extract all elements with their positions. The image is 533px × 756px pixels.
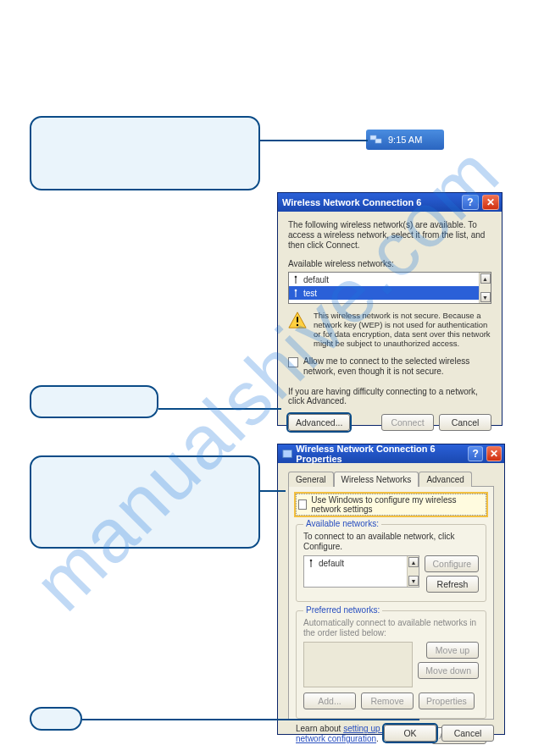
callout-box-3 — [30, 455, 260, 549]
callout-line-2 — [158, 408, 281, 410]
cancel-button[interactable]: Cancel — [441, 725, 494, 742]
network-listbox[interactable]: default test ▲ ▼ — [288, 272, 491, 304]
callout-box-4 — [30, 707, 82, 731]
titlebar: Wireless Network Connection 6 Properties… — [278, 444, 504, 463]
svg-point-4 — [295, 290, 297, 292]
scrollbar[interactable]: ▲ ▼ — [407, 556, 419, 587]
allow-label: Allow me to connect to the selected wire… — [303, 356, 491, 377]
difficulty-text: If you are having difficulty connecting … — [288, 387, 491, 406]
svg-point-8 — [297, 324, 298, 326]
titlebar-text: Wireless Network Connection 6 Properties — [296, 444, 461, 464]
callout-box-1 — [30, 116, 260, 190]
refresh-button[interactable]: Refresh — [426, 576, 479, 593]
scroll-down[interactable]: ▼ — [480, 292, 491, 302]
cancel-button[interactable]: Cancel — [439, 414, 491, 431]
connect-button[interactable]: Connect — [381, 414, 434, 431]
available-label: Available wireless networks: — [288, 259, 491, 268]
callout-line-4 — [82, 719, 419, 720]
svg-point-2 — [295, 276, 297, 279]
titlebar: Wireless Network Connection 6 ? ✕ — [278, 193, 502, 212]
callout-line-1 — [260, 140, 368, 141]
use-windows-label: Use Windows to configure my wireless net… — [311, 495, 484, 514]
help-button[interactable]: ? — [468, 446, 483, 461]
titlebar-text: Wireless Network Connection 6 — [282, 197, 421, 207]
intro-text: The following wireless network(s) are av… — [288, 220, 491, 251]
tab-wireless-networks[interactable]: Wireless Networks — [334, 472, 419, 487]
use-windows-checkbox[interactable] — [298, 499, 307, 510]
network-item-selected[interactable]: test — [289, 286, 479, 300]
advanced-button[interactable]: Advanced... — [288, 414, 350, 431]
callout-line-3 — [260, 490, 286, 492]
close-button[interactable]: ✕ — [482, 195, 499, 210]
tray-clock: 9:15 AM — [388, 135, 422, 145]
help-button[interactable]: ? — [462, 195, 479, 210]
use-windows-row[interactable]: Use Windows to configure my wireless net… — [296, 494, 486, 516]
group-legend: Available networks: — [303, 519, 381, 528]
scrollbar[interactable]: ▲ ▼ — [479, 273, 491, 303]
available-listbox[interactable]: default ▲ ▼ — [303, 555, 419, 588]
available-networks-group: Available networks: To connect to an ava… — [296, 524, 486, 602]
available-item[interactable]: default — [319, 559, 344, 568]
group-hint: To connect to an available network, clic… — [303, 532, 479, 552]
antenna-icon — [308, 559, 314, 567]
tab-general[interactable]: General — [288, 472, 334, 487]
tab-advanced[interactable]: Advanced — [419, 472, 471, 487]
svg-point-10 — [310, 560, 313, 562]
properties-button[interactable]: Properties — [419, 693, 475, 709]
callout-box-2 — [30, 385, 158, 418]
wireless-connection-dialog: Wireless Network Connection 6 ? ✕ The fo… — [277, 192, 502, 426]
add-button[interactable]: Add... — [303, 693, 356, 709]
wireless-properties-dialog: Wireless Network Connection 6 Properties… — [277, 444, 505, 735]
svg-rect-9 — [283, 450, 292, 458]
configure-button[interactable]: Configure — [425, 555, 479, 572]
allow-checkbox[interactable] — [288, 357, 298, 367]
scroll-up[interactable]: ▲ — [480, 273, 491, 284]
warning-icon — [288, 311, 307, 329]
preferred-networks-group: Preferred networks: Automatically connec… — [296, 610, 486, 719]
antenna-icon — [292, 275, 299, 284]
group-legend: Preferred networks: — [303, 605, 382, 615]
ok-button[interactable]: OK — [384, 725, 436, 742]
connection-icon — [282, 448, 292, 460]
tab-bar: General Wireless Networks Advanced — [288, 472, 494, 487]
group-hint: Automatically connect to available netwo… — [303, 618, 479, 638]
network-tray-icon[interactable] — [369, 133, 383, 146]
antenna-icon — [292, 289, 299, 297]
movedown-button[interactable]: Move down — [418, 662, 479, 679]
svg-rect-1 — [375, 139, 381, 143]
network-item[interactable]: default — [289, 273, 479, 286]
tab-panel: Use Windows to configure my wireless net… — [288, 486, 494, 720]
network-name: test — [303, 289, 317, 298]
moveup-button[interactable]: Move up — [426, 642, 479, 659]
scroll-down[interactable]: ▼ — [408, 576, 419, 586]
remove-button[interactable]: Remove — [361, 693, 414, 709]
system-tray: 9:15 AM — [366, 130, 444, 150]
preferred-listbox[interactable] — [303, 642, 413, 687]
network-name: default — [303, 275, 329, 284]
warning-text: This wireless network is not secure. Bec… — [314, 311, 491, 348]
close-button[interactable]: ✕ — [486, 446, 502, 461]
scroll-up[interactable]: ▲ — [408, 557, 419, 567]
